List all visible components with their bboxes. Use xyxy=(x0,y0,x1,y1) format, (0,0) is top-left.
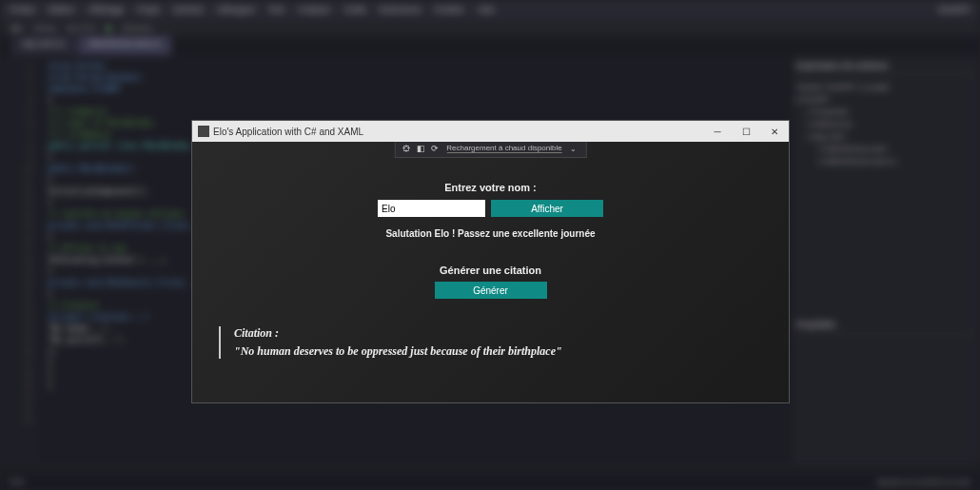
menu-item[interactable]: Fichier xyxy=(10,5,35,14)
app-content: Entrez votre nom : Afficher Salutation E… xyxy=(192,142,789,402)
citation-text: "No human deserves to be oppressed just … xyxy=(234,344,562,359)
layout-icon[interactable]: ◧ xyxy=(417,144,425,153)
ide-toolbar: ◉ ▸ Debug Any CPU ▶ Démarrer xyxy=(0,19,980,36)
solution-explorer-panel: Explorateur de solutions Solution 'EloWP… xyxy=(790,55,980,464)
app-window: Elo's Application with C# and XAML ─ ☐ ✕… xyxy=(191,120,790,403)
afficher-button[interactable]: Afficher xyxy=(491,200,603,217)
name-label: Entrez votre nom : xyxy=(192,182,789,193)
menu-item[interactable]: Fenêtre xyxy=(435,5,464,14)
menu-item[interactable]: Édition xyxy=(49,5,75,14)
app-icon xyxy=(198,126,209,137)
tree-item[interactable]: ▸ App.xaml xyxy=(796,130,974,143)
maximize-button[interactable]: ☐ xyxy=(732,121,760,142)
select-element-icon[interactable]: ⯐ xyxy=(402,144,411,153)
citation-heading: Citation : xyxy=(234,326,562,341)
tree-item[interactable]: ▸ MainWindow.xaml xyxy=(796,143,974,155)
menu-item[interactable]: Aide xyxy=(478,5,495,14)
solution-title: EloWPF xyxy=(939,5,970,14)
run-button[interactable]: Démarrer xyxy=(122,24,154,32)
citation-block: Citation : "No human deserves to be oppr… xyxy=(219,326,562,359)
minimize-button[interactable]: ─ xyxy=(703,121,732,142)
generer-button[interactable]: Générer xyxy=(435,282,547,299)
config-dropdown[interactable]: Debug xyxy=(33,24,56,32)
status-bar: Prêt Ajouter au contrôle de code xyxy=(0,473,980,490)
status-left: Prêt xyxy=(10,478,24,486)
tab-app-xaml-cs[interactable]: App.xaml.cs xyxy=(11,36,76,55)
menu-item[interactable]: Projet xyxy=(137,5,160,14)
menu-item[interactable]: Test xyxy=(268,5,284,14)
close-button[interactable]: ✕ xyxy=(760,121,789,142)
chevron-down-icon[interactable]: ⌄ xyxy=(570,145,577,153)
tree-item[interactable]: ▸ Properties xyxy=(796,106,974,118)
menu-item[interactable]: Affichage xyxy=(88,5,124,14)
menu-item[interactable]: Analyser xyxy=(298,5,331,14)
hot-reload-toolbar[interactable]: ⯐ ◧ ⟳ Rechargement à chaud disponible ⌄ xyxy=(394,142,586,158)
menu-item[interactable]: Outils xyxy=(344,5,366,14)
tab-mainwindow-xaml-cs[interactable]: MainWindow.xaml.cs xyxy=(78,36,172,55)
menu-item[interactable]: Extensions xyxy=(380,5,421,14)
tree-item[interactable]: Solution 'EloWPF' (1 projet) xyxy=(796,81,974,93)
menu-item[interactable]: Générer xyxy=(172,5,204,14)
tree-item[interactable]: ▸ Références xyxy=(796,118,974,130)
greeting-text: Salutation Elo ! Passez une excellente j… xyxy=(192,228,789,239)
name-input[interactable] xyxy=(378,200,485,217)
menu-item[interactable]: Déboguer xyxy=(217,5,255,14)
status-right: Ajouter au contrôle de code xyxy=(877,478,970,486)
ide-menubar: Fichier Édition Affichage Projet Générer… xyxy=(0,0,980,19)
titlebar[interactable]: Elo's Application with C# and XAML ─ ☐ ✕ xyxy=(192,121,789,142)
window-title: Elo's Application with C# and XAML xyxy=(213,127,363,137)
hot-reload-label[interactable]: Rechargement à chaud disponible xyxy=(446,144,561,153)
generate-label: Générer une citation xyxy=(192,265,789,276)
line-gutter: 1234567891011121314151617181920212223242… xyxy=(0,55,38,464)
solution-explorer-title: Explorateur de solutions xyxy=(796,61,974,75)
platform-dropdown[interactable]: Any CPU xyxy=(66,24,97,32)
hot-reload-icon[interactable]: ⟳ xyxy=(431,144,439,153)
tree-item[interactable]: ▸ EloWPF xyxy=(796,93,974,106)
properties-panel-title: Propriétés xyxy=(796,320,974,334)
editor-tabs: App.xaml.cs MainWindow.xaml.cs xyxy=(0,36,980,55)
tree-item[interactable]: ▸ MainWindow.xaml.cs xyxy=(796,155,974,167)
